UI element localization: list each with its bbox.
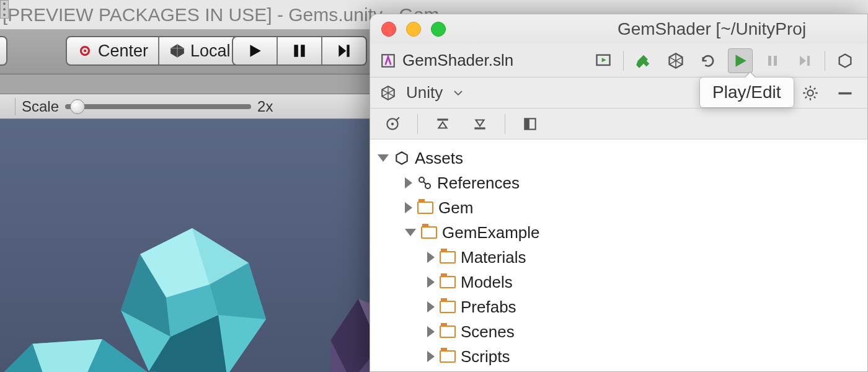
local-label: Local: [190, 42, 231, 61]
pause-debug-button[interactable]: [760, 48, 785, 73]
expand-arrow-icon[interactable]: [427, 326, 435, 337]
svg-rect-24: [774, 56, 777, 66]
minimize-icon: [836, 84, 854, 102]
tree-node-scenes[interactable]: Scenes: [370, 319, 867, 344]
cube-search-icon: [836, 52, 854, 69]
rider-title-bar[interactable]: GemShader [~/UnityProj: [370, 14, 867, 44]
close-window-button[interactable]: [381, 22, 396, 37]
scale-slider[interactable]: [65, 104, 251, 109]
play-button[interactable]: [233, 37, 277, 64]
solution-name: GemShader.sln: [402, 51, 513, 70]
scale-value: 2x: [257, 98, 273, 115]
step-button[interactable]: [321, 37, 366, 64]
folder-icon: [440, 276, 456, 288]
svg-rect-23: [768, 56, 771, 66]
target-icon: [384, 116, 401, 132]
svg-point-2: [84, 50, 86, 52]
search-everywhere-button[interactable]: [833, 48, 857, 73]
pause-icon: [291, 43, 308, 59]
expand-all-button[interactable]: [467, 112, 492, 136]
expand-arrow-icon[interactable]: [378, 154, 389, 162]
expand-arrow-icon[interactable]: [427, 252, 435, 263]
svg-rect-33: [525, 118, 529, 129]
tree-node-models[interactable]: Models: [370, 270, 867, 294]
folder-icon: [421, 226, 437, 239]
run-icon: [732, 53, 748, 69]
refresh-icon: [699, 52, 717, 69]
tree-node-gemexample[interactable]: GemExample: [370, 220, 867, 245]
step-icon: [336, 43, 352, 59]
expand-arrow-icon[interactable]: [405, 229, 416, 236]
tree-node-gem[interactable]: Gem: [370, 195, 867, 220]
collapse-all-button[interactable]: [430, 112, 455, 136]
expand-arrow-icon[interactable]: [427, 277, 435, 288]
solution-selector[interactable]: GemShader.sln: [380, 51, 513, 70]
zoom-window-button[interactable]: [431, 22, 446, 37]
tree-node-references[interactable]: References: [370, 170, 867, 195]
pivot-button[interactable]: Pivot: [0, 36, 7, 66]
gem-render-2: [0, 324, 167, 372]
hide-panel-button[interactable]: [833, 81, 857, 105]
show-properties-button[interactable]: [518, 112, 542, 136]
scroll-from-source-button[interactable]: [380, 112, 405, 136]
play-edit-button[interactable]: [728, 48, 753, 73]
refresh-button[interactable]: [696, 48, 720, 73]
unity-icon: [667, 52, 684, 69]
svg-point-35: [425, 184, 430, 188]
attach-unity-button[interactable]: [663, 48, 688, 73]
center-button[interactable]: Center: [67, 37, 158, 64]
center-label: Center: [98, 42, 148, 61]
tree-label: Materials: [461, 248, 526, 267]
tree-node-scripts[interactable]: Scripts: [370, 344, 867, 369]
expand-down-icon: [472, 116, 488, 132]
svg-point-29: [391, 122, 394, 125]
tree-node-materials[interactable]: Materials: [370, 245, 867, 270]
playback-controls: [232, 36, 367, 66]
folder-icon: [417, 202, 433, 214]
expand-arrow-icon[interactable]: [405, 177, 412, 188]
svg-point-26: [807, 90, 813, 95]
svg-rect-25: [807, 56, 810, 66]
properties-icon: [522, 116, 538, 132]
pause-button[interactable]: [277, 37, 321, 64]
step-debug-button[interactable]: [792, 48, 817, 73]
resize-handle-icon[interactable]: [0, 0, 9, 19]
settings-button[interactable]: [798, 81, 823, 105]
play-icon: [247, 43, 263, 59]
gear-icon: [802, 84, 819, 102]
window-controls: [381, 22, 446, 37]
tree-label: Assets: [415, 149, 463, 168]
coord-buttons: Center Local: [66, 36, 242, 66]
references-icon: [417, 175, 432, 190]
expand-arrow-icon[interactable]: [427, 351, 435, 362]
chevron-down-icon[interactable]: [453, 87, 464, 99]
build-button[interactable]: [631, 48, 656, 73]
tree-label: Scripts: [461, 347, 510, 366]
folder-icon: [440, 326, 456, 338]
hammer-icon: [635, 52, 652, 69]
expand-arrow-icon[interactable]: [427, 301, 435, 312]
pause-icon: [765, 53, 780, 68]
play-edit-tooltip: Play/Edit: [699, 77, 794, 108]
svg-rect-5: [347, 45, 349, 57]
local-button[interactable]: Local: [158, 37, 241, 64]
local-icon: [169, 43, 185, 59]
step-icon: [797, 53, 812, 68]
svg-rect-3: [294, 45, 298, 57]
tree-node-prefabs[interactable]: Prefabs: [370, 294, 867, 319]
tree-label: GemExample: [442, 223, 540, 242]
solution-tree[interactable]: Assets References Gem GemExample Materia…: [370, 140, 867, 372]
tree-label: Gem: [438, 198, 473, 218]
expand-arrow-icon[interactable]: [405, 202, 412, 213]
slider-thumb[interactable]: [70, 99, 85, 114]
select-run-config-button[interactable]: [591, 48, 616, 73]
tree-label: Models: [461, 273, 513, 292]
svg-rect-31: [474, 127, 485, 129]
run-config-name[interactable]: Unity: [406, 83, 443, 102]
minimize-window-button[interactable]: [406, 22, 421, 37]
svg-rect-4: [301, 45, 305, 57]
tree-label: Prefabs: [461, 298, 516, 317]
rider-tree-toolbar: [370, 108, 867, 140]
tree-node-assets[interactable]: Assets: [370, 146, 867, 170]
svg-point-34: [419, 177, 424, 182]
